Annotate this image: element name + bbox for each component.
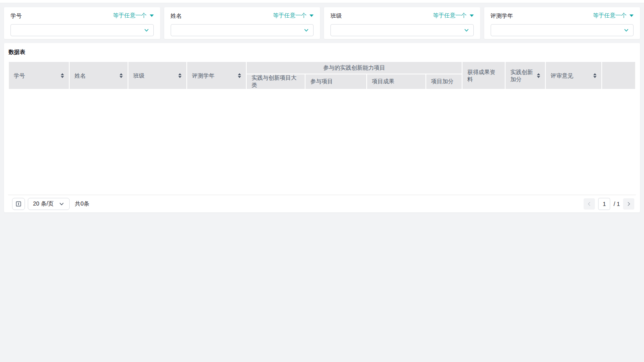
col-label: 实践创新加分 (510, 68, 535, 83)
col-label: 评审意见 (551, 72, 573, 79)
filter-label-eval-year: 评测学年 (491, 12, 513, 19)
current-page-input[interactable] (598, 198, 610, 210)
operator-selector-name[interactable]: 等于任意一个 (273, 12, 314, 19)
operator-selector-eval-year[interactable]: 等于任意一个 (593, 12, 634, 19)
filter-bar: 学号 等于任意一个 姓名 等于任意一个 班级 等于任意一个 (4, 7, 640, 39)
filter-card-name: 姓名 等于任意一个 (164, 7, 320, 39)
filter-card-eval-year: 评测学年 等于任意一个 (484, 7, 640, 39)
col-label: 学号 (14, 72, 25, 79)
total-count-label: 共0条 (75, 200, 89, 208)
table-footer: 20 条/页 共0条 / 1 (8, 195, 636, 212)
page-jump-icon (15, 201, 22, 207)
sort-icon[interactable] (61, 73, 64, 78)
operator-label: 等于任意一个 (273, 12, 307, 19)
total-pages-label: / 1 (613, 201, 620, 207)
col-header-name: 姓名 (69, 62, 128, 89)
col-label: 班级 (133, 72, 144, 79)
operator-label: 等于任意一个 (433, 12, 467, 19)
filter-label-student-id: 学号 (10, 12, 22, 19)
chevron-right-icon (626, 201, 632, 207)
filter-select-eval-year[interactable] (491, 24, 634, 36)
sort-icon[interactable] (593, 73, 597, 78)
top-header-strip (0, 0, 644, 3)
subcol-header-joined-project: 参与项目 (305, 74, 367, 89)
table-title: 数据表 (8, 49, 636, 56)
filter-select-student-id[interactable] (10, 24, 154, 36)
filter-select-class[interactable] (330, 24, 474, 36)
col-header-review-opinion: 评审意见 (545, 62, 602, 89)
table-empty-row (8, 89, 636, 195)
sort-icon[interactable] (178, 73, 182, 78)
filter-label-name: 姓名 (171, 12, 182, 19)
col-group-header-projects: 参与的实践创新能力项目 (246, 62, 462, 74)
col-label: 评测学年 (192, 72, 215, 79)
filter-card-student-id: 学号 等于任意一个 (4, 7, 160, 39)
operator-label: 等于任意一个 (593, 12, 627, 19)
subcol-header-project-result: 项目成果 (367, 74, 426, 89)
filter-card-class: 班级 等于任意一个 (324, 7, 480, 39)
col-label: 姓名 (74, 72, 86, 79)
operator-selector-student-id[interactable]: 等于任意一个 (113, 12, 154, 19)
chevron-left-icon (586, 201, 592, 207)
chevron-down-icon (303, 27, 309, 33)
data-table: 学号 姓名 班级 (8, 61, 636, 195)
col-header-eval-year: 评测学年 (187, 62, 246, 89)
sort-icon[interactable] (537, 73, 540, 78)
table-empty-body (8, 89, 636, 195)
col-header-class: 班级 (128, 62, 187, 89)
operator-label: 等于任意一个 (113, 12, 147, 19)
sort-icon[interactable] (120, 73, 123, 78)
subcol-header-project-bonus: 项目加分 (426, 74, 462, 89)
data-table-card: 数据表 学号 姓名 (4, 43, 640, 212)
next-page-button[interactable] (623, 198, 634, 210)
filter-select-name[interactable] (171, 24, 314, 36)
page-jump-button[interactable] (12, 198, 25, 210)
subcol-header-project-category: 实践与创新项目大类 (246, 74, 305, 89)
sort-icon[interactable] (238, 73, 241, 78)
col-label: 获得成果资料 (467, 68, 500, 83)
filter-label-class: 班级 (330, 12, 342, 19)
chevron-down-icon (144, 27, 149, 33)
caret-down-icon (470, 14, 474, 17)
col-header-actions-empty (602, 62, 636, 89)
page-size-select[interactable]: 20 条/页 (28, 198, 70, 210)
caret-down-icon (630, 14, 634, 17)
caret-down-icon (310, 14, 314, 17)
caret-down-icon (150, 14, 154, 17)
col-header-achievement-material: 获得成果资料 (462, 62, 505, 89)
chevron-down-icon (623, 27, 629, 33)
operator-selector-class[interactable]: 等于任意一个 (433, 12, 474, 19)
prev-page-button[interactable] (584, 198, 595, 210)
chevron-down-icon (59, 201, 64, 207)
page-size-value: 20 条/页 (33, 200, 54, 208)
chevron-down-icon (464, 27, 469, 33)
col-header-student-id: 学号 (8, 62, 69, 89)
col-header-innovation-bonus: 实践创新加分 (505, 62, 545, 89)
